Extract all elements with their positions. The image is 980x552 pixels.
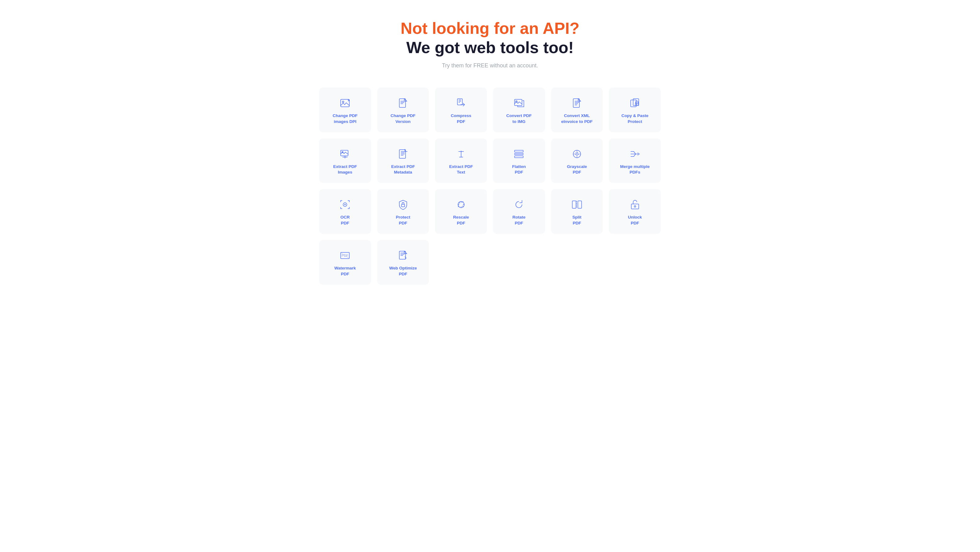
- tool-label-rotate-pdf: Rotate PDF: [512, 215, 525, 226]
- split-icon: [571, 198, 583, 211]
- web-optimize-icon: [397, 249, 409, 262]
- xml-invoice-icon: [571, 97, 583, 109]
- svg-rect-24: [578, 201, 582, 208]
- grayscale-icon: [571, 148, 583, 160]
- svg-rect-16: [514, 156, 523, 158]
- tool-label-change-pdf-images-dpi: Change PDF images DPI: [332, 113, 357, 125]
- tool-card-extract-pdf-metadata[interactable]: Extract PDF Metadata: [377, 138, 429, 183]
- watermark-icon: PDF: [339, 249, 351, 262]
- svg-rect-2: [399, 99, 406, 107]
- tool-card-flatten-pdf[interactable]: Flatten PDF: [493, 138, 545, 183]
- tool-label-extract-pdf-text: Extract PDF Text: [449, 164, 473, 176]
- svg-rect-21: [401, 204, 405, 207]
- tool-label-split-pdf: Split PDF: [572, 215, 581, 226]
- rescale-icon: [455, 198, 467, 211]
- svg-rect-25: [631, 204, 639, 209]
- tool-label-web-optimize-pdf: Web Optimize PDF: [389, 266, 417, 277]
- svg-rect-23: [572, 201, 576, 208]
- extract-images-icon: [339, 148, 351, 160]
- tool-label-watermark-pdf: Watermark PDF: [334, 266, 356, 277]
- tools-grid: Change PDF images DPIChange PDF VersionC…: [319, 87, 661, 285]
- tool-card-ocr-pdf[interactable]: OCR PDF: [319, 189, 371, 234]
- tool-label-flatten-pdf: Flatten PDF: [512, 164, 526, 176]
- tool-label-change-pdf-version: Change PDF Version: [391, 113, 415, 125]
- ocr-icon: [339, 198, 351, 211]
- header-title-orange: Not looking for an API?: [6, 19, 974, 38]
- rotate-icon: [513, 198, 525, 211]
- tool-card-rescale-pdf[interactable]: Rescale PDF: [435, 189, 487, 234]
- tool-card-merge-multiple-pdfs[interactable]: Merge multiple PDFs: [609, 138, 661, 183]
- svg-rect-0: [340, 99, 349, 107]
- tool-card-extract-pdf-text[interactable]: Extract PDF Text: [435, 138, 487, 183]
- merge-icon: [629, 148, 641, 160]
- protect-icon: [397, 198, 409, 211]
- tool-card-protect-pdf[interactable]: Protect PDF: [377, 189, 429, 234]
- tool-label-rescale-pdf: Rescale PDF: [453, 215, 469, 226]
- svg-point-26: [634, 206, 636, 207]
- page-header: Not looking for an API? We got web tools…: [6, 19, 974, 69]
- tool-label-compress-pdf: Compress PDF: [451, 113, 471, 125]
- extract-metadata-icon: [397, 148, 409, 160]
- tool-card-extract-pdf-images[interactable]: Extract PDF Images: [319, 138, 371, 183]
- tool-label-extract-pdf-images: Extract PDF Images: [333, 164, 357, 176]
- tool-card-convert-xml-einvoice[interactable]: Convert XML eInvoice to PDF: [551, 87, 603, 132]
- tool-label-copy-paste-protect: Copy & Paste Protect: [621, 113, 648, 125]
- tool-label-ocr-pdf: OCR PDF: [340, 215, 350, 226]
- tool-label-convert-pdf-to-img: Convert PDF to IMG: [506, 113, 531, 125]
- tool-card-grayscale-pdf[interactable]: Grayscale PDF: [551, 138, 603, 183]
- tool-card-split-pdf[interactable]: Split PDF: [551, 189, 603, 234]
- tool-label-convert-xml-einvoice: Convert XML eInvoice to PDF: [561, 113, 592, 125]
- compress-icon: [455, 97, 467, 109]
- svg-point-20: [344, 204, 345, 205]
- svg-point-10: [636, 104, 637, 105]
- tool-card-change-pdf-version[interactable]: Change PDF Version: [377, 87, 429, 132]
- tool-card-watermark-pdf[interactable]: PDFWatermark PDF: [319, 240, 371, 285]
- tool-label-merge-multiple-pdfs: Merge multiple PDFs: [620, 164, 650, 176]
- tool-card-copy-paste-protect[interactable]: Copy & Paste Protect: [609, 87, 661, 132]
- svg-point-1: [342, 101, 344, 102]
- pdf-to-img-icon: [513, 97, 525, 109]
- unlock-icon: [629, 198, 641, 211]
- svg-rect-3: [457, 99, 462, 105]
- tool-card-rotate-pdf[interactable]: Rotate PDF: [493, 189, 545, 234]
- extract-text-icon: [455, 148, 467, 160]
- tool-card-web-optimize-pdf[interactable]: Web Optimize PDF: [377, 240, 429, 285]
- tool-card-unlock-pdf[interactable]: Unlock PDF: [609, 189, 661, 234]
- flatten-icon: [513, 148, 525, 160]
- tool-label-extract-pdf-metadata: Extract PDF Metadata: [391, 164, 415, 176]
- tool-label-grayscale-pdf: Grayscale PDF: [567, 164, 587, 176]
- header-title-black: We got web tools too!: [6, 38, 974, 57]
- tool-card-change-pdf-images-dpi[interactable]: Change PDF images DPI: [319, 87, 371, 132]
- svg-rect-29: [399, 251, 406, 259]
- header-subtitle: Try them for FREE without an account.: [6, 62, 974, 69]
- tool-card-compress-pdf[interactable]: Compress PDF: [435, 87, 487, 132]
- tool-label-unlock-pdf: Unlock PDF: [628, 215, 642, 226]
- tool-card-convert-pdf-to-img[interactable]: Convert PDF to IMG: [493, 87, 545, 132]
- pdf-version-icon: [397, 97, 409, 109]
- copy-protect-icon: [629, 97, 641, 109]
- image-dpi-icon: [339, 97, 351, 109]
- svg-rect-14: [514, 150, 523, 152]
- svg-rect-15: [514, 153, 523, 154]
- tool-label-protect-pdf: Protect PDF: [396, 215, 410, 226]
- svg-rect-6: [573, 99, 579, 107]
